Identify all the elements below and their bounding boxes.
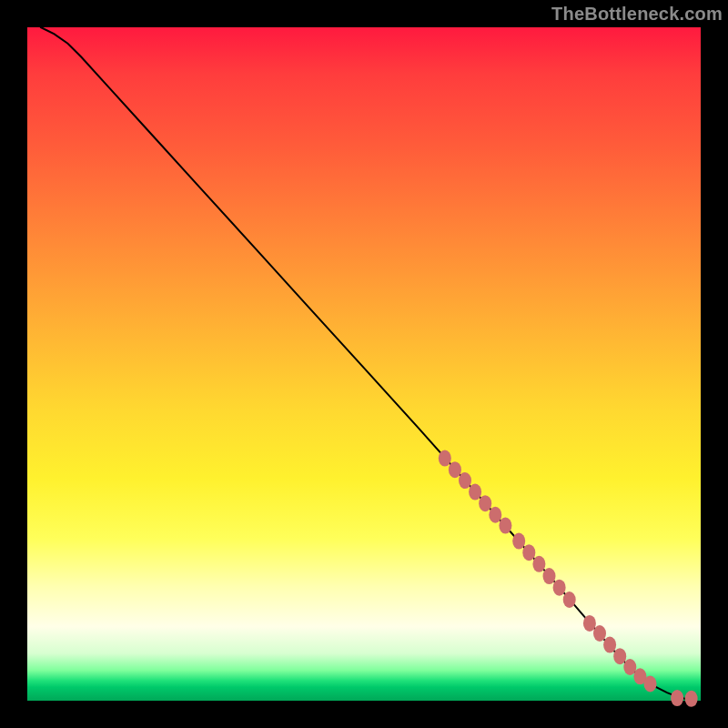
data-point — [512, 533, 525, 550]
data-point — [489, 507, 501, 523]
chart-frame: TheBottleneck.com — [0, 0, 728, 728]
data-point — [563, 592, 576, 608]
data-point — [543, 568, 556, 584]
data-point — [469, 484, 481, 500]
data-point — [522, 544, 535, 561]
data-point — [449, 461, 461, 478]
data-point — [553, 580, 566, 596]
plot-area — [27, 27, 701, 701]
watermark-label: TheBottleneck.com — [551, 4, 723, 25]
data-point — [532, 556, 545, 572]
data-points-group — [439, 450, 698, 707]
chart-svg — [27, 27, 701, 701]
data-point — [685, 691, 698, 707]
data-point — [593, 625, 606, 642]
data-point — [499, 518, 511, 534]
curve-line — [41, 27, 692, 699]
data-point — [439, 450, 451, 467]
data-point — [603, 637, 616, 653]
data-point — [459, 472, 471, 489]
data-point — [479, 495, 491, 511]
data-point — [671, 690, 683, 706]
data-point — [613, 648, 626, 664]
data-point — [644, 676, 657, 693]
data-point — [583, 615, 596, 632]
